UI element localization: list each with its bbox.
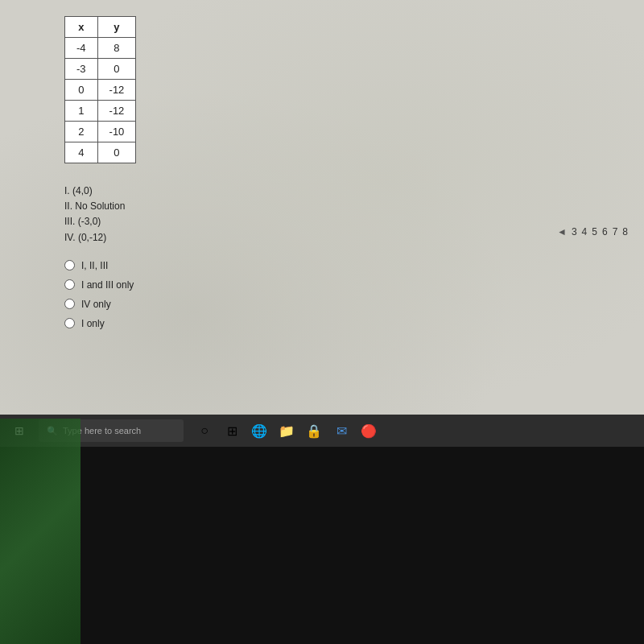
taskbar-icons: ○ ⊞ 🌐 📁 🔒 ✉ 🔴 — [193, 419, 380, 442]
table-cell: 2 — [65, 122, 98, 142]
table-cell: -12 — [97, 101, 136, 122]
table-cell: 8 — [97, 38, 136, 59]
col-header-x: x — [65, 17, 98, 38]
option-1[interactable]: I, II, III — [64, 260, 547, 271]
statements: I. (4,0) II. No Solution III. (-3,0) IV.… — [64, 184, 547, 246]
table-cell: 0 — [97, 142, 136, 163]
option-3[interactable]: IV only — [64, 299, 547, 310]
statement-ii: II. No Solution — [64, 199, 547, 214]
taskbar-icon-explorer[interactable]: 📁 — [275, 419, 298, 442]
option-3-label: IV only — [81, 299, 111, 310]
option-4[interactable]: I only — [64, 318, 547, 329]
table-row: 1-12 — [65, 101, 136, 122]
taskbar-icon-mail[interactable]: ✉ — [330, 419, 353, 442]
table-row: -48 — [65, 38, 136, 59]
page-7[interactable]: 7 — [613, 226, 618, 237]
page-4[interactable]: 4 — [582, 226, 588, 237]
table-row: 40 — [65, 142, 136, 163]
taskbar-icon-search[interactable]: ○ — [193, 419, 216, 442]
option-2-label: I and III only — [81, 279, 134, 291]
taskbar-icon-task[interactable]: ⊞ — [221, 419, 243, 442]
radio-3[interactable] — [64, 299, 75, 309]
option-1-label: I, II, III — [81, 260, 108, 271]
screen: x y -48-300-121-122-1040 I. (4,0) II. No… — [0, 0, 644, 447]
table-cell: 0 — [97, 59, 136, 80]
option-4-label: I only — [81, 318, 105, 329]
col-header-y: y — [97, 17, 136, 38]
radio-2[interactable] — [64, 279, 75, 290]
table-cell: -10 — [97, 122, 136, 142]
taskbar: ⊞ 🔍 Type here to search ○ ⊞ 🌐 📁 🔒 ✉ 🔴 — [0, 415, 644, 447]
taskbar-icon-edge[interactable]: 🌐 — [248, 419, 270, 442]
table-row: 0-12 — [65, 80, 136, 101]
table-cell: 4 — [65, 142, 98, 163]
taskbar-icon-chrome[interactable]: 🔴 — [357, 419, 380, 442]
option-2[interactable]: I and III only — [64, 279, 547, 291]
statement-iii: III. (-3,0) — [64, 214, 547, 229]
prev-page-arrow[interactable]: ◄ — [557, 226, 567, 237]
page-3[interactable]: 3 — [572, 226, 577, 237]
statement-i: I. (4,0) — [64, 184, 547, 199]
page-5[interactable]: 5 — [592, 226, 597, 237]
page-6[interactable]: 6 — [602, 226, 608, 237]
table-row: 2-10 — [65, 122, 136, 142]
table-cell: -3 — [65, 59, 98, 80]
radio-1[interactable] — [64, 260, 75, 270]
table-cell: -4 — [65, 38, 98, 59]
statement-iv: IV. (0,-12) — [64, 230, 547, 246]
radio-4[interactable] — [64, 318, 75, 328]
options-list: I, II, III I and III only IV only I only — [64, 260, 547, 329]
xy-table: x y -48-300-121-122-1040 — [64, 16, 136, 163]
table-cell: -12 — [97, 80, 136, 101]
desk-surface — [0, 419, 80, 644]
dark-bottom — [0, 447, 644, 644]
taskbar-icon-store[interactable]: 🔒 — [303, 419, 325, 442]
table-row: -30 — [65, 59, 136, 80]
content-area: x y -48-300-121-122-1040 I. (4,0) II. No… — [64, 16, 547, 329]
pagination: ◄ 3 4 5 6 7 8 — [557, 226, 628, 237]
table-cell: 0 — [65, 80, 98, 101]
page-8[interactable]: 8 — [622, 226, 628, 237]
table-cell: 1 — [65, 101, 98, 122]
